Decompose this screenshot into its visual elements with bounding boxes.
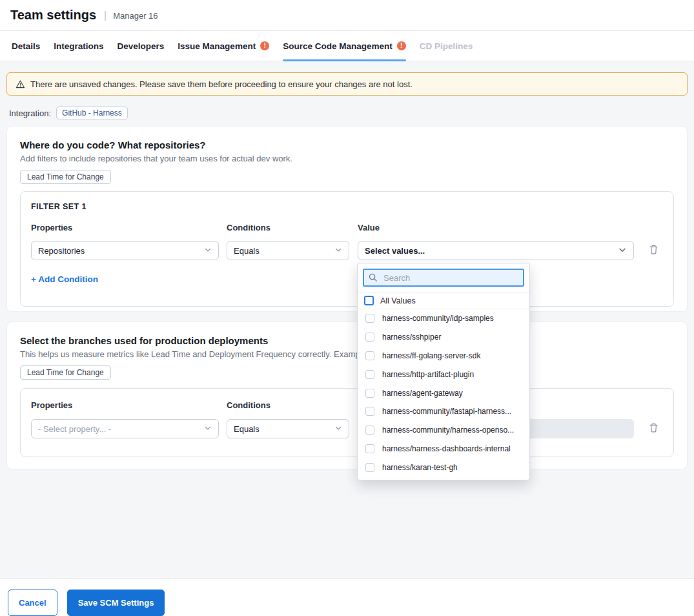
chevron-down-icon bbox=[204, 424, 212, 434]
team-settings-page: Team settings | Manager 16 DetailsIntegr… bbox=[0, 0, 694, 616]
page-title: Team settings bbox=[10, 8, 96, 23]
delete-filter-button[interactable] bbox=[647, 243, 660, 258]
repositories-section: Where do you code? What repositories? Ad… bbox=[6, 126, 688, 312]
properties-column-label: Properties bbox=[31, 400, 219, 410]
option-checkbox[interactable] bbox=[365, 407, 374, 416]
option-label: harness/ff-golang-server-sdk bbox=[382, 351, 481, 360]
option-label: harness-community/harness-openso... bbox=[382, 426, 514, 435]
option-label: harness-community/fastapi-harness... bbox=[382, 407, 511, 416]
property-select[interactable]: Repositories bbox=[31, 241, 219, 260]
property-select[interactable]: - Select property... - bbox=[31, 419, 219, 438]
integration-row: Integration: GitHub - Harness bbox=[9, 107, 688, 119]
chevron-down-icon bbox=[334, 424, 342, 434]
option-label: harness/harness-dashboards-internal bbox=[382, 444, 511, 453]
value-dropdown-panel: All Values harness-community/idp-samples… bbox=[357, 263, 530, 480]
condition-select[interactable]: Equals bbox=[227, 419, 349, 438]
tab-label: CD Pipelines bbox=[420, 41, 473, 51]
delete-filter-button[interactable] bbox=[647, 421, 660, 436]
section2-title: Select the branches used for production … bbox=[20, 335, 674, 346]
integration-label: Integration: bbox=[9, 108, 51, 118]
option-label: harness/agent-gateway bbox=[382, 389, 463, 398]
tab-label: Issue Management bbox=[178, 41, 256, 51]
lead-time-chip: Lead Time for Change bbox=[20, 170, 111, 184]
option-checkbox[interactable] bbox=[365, 444, 374, 453]
warning-triangle-icon bbox=[15, 79, 25, 89]
option-checkbox[interactable] bbox=[365, 426, 374, 435]
page-subtitle: Manager 16 bbox=[113, 10, 158, 21]
option-checkbox[interactable] bbox=[365, 351, 374, 360]
section1-title: Where do you code? What repositories? bbox=[20, 139, 674, 150]
value-column-label: Value bbox=[358, 223, 634, 232]
tab-cd-pipelines: CD Pipelines bbox=[420, 31, 473, 61]
dropdown-option[interactable]: harness/harness-dashboards-internal bbox=[358, 440, 529, 458]
filter-set-title: FILTER SET 1 bbox=[31, 202, 663, 211]
option-label: harness-community/idp-samples bbox=[382, 314, 494, 323]
branches-section: Select the branches used for production … bbox=[6, 322, 688, 469]
option-label: harness/http-artifact-plugin bbox=[382, 370, 474, 379]
banner-text: There are unsaved changes. Please save t… bbox=[30, 79, 413, 89]
tab-source-code-management[interactable]: Source Code Management! bbox=[283, 31, 406, 61]
page-header: Team settings | Manager 16 bbox=[0, 0, 694, 30]
dropdown-option[interactable]: harness/http-artifact-plugin bbox=[358, 365, 529, 384]
option-checkbox[interactable] bbox=[365, 463, 374, 472]
option-checkbox[interactable] bbox=[365, 333, 374, 342]
dropdown-option[interactable]: harness/agent-gateway bbox=[358, 384, 529, 402]
dropdown-search bbox=[363, 269, 524, 287]
all-values-label: All Values bbox=[380, 296, 416, 305]
tab-developers[interactable]: Developers bbox=[117, 31, 165, 61]
all-values-checkbox[interactable] bbox=[364, 296, 374, 305]
lead-time-chip: Lead Time for Change bbox=[20, 365, 111, 380]
option-checkbox[interactable] bbox=[365, 389, 374, 398]
filter-set-1: FILTER SET 1 Properties Conditions Value… bbox=[20, 191, 674, 307]
add-condition-button[interactable]: + Add Condition bbox=[31, 274, 98, 296]
filter-column-headers: Properties Conditions Value bbox=[31, 400, 663, 410]
dropdown-option[interactable]: harness-community/fastapi-harness... bbox=[358, 402, 529, 421]
filter-column-headers: Properties Conditions Value bbox=[31, 223, 663, 232]
unsaved-changes-banner: There are unsaved changes. Please save t… bbox=[6, 72, 688, 96]
option-label: harness/sshpiper bbox=[382, 333, 441, 342]
value-multiselect[interactable]: Select values... bbox=[358, 241, 634, 260]
search-icon bbox=[368, 272, 378, 285]
save-scm-settings-button[interactable]: Save SCM Settings bbox=[67, 590, 165, 616]
option-label: harness/karan-test-gh bbox=[382, 463, 458, 472]
integration-chip[interactable]: GitHub - Harness bbox=[56, 107, 128, 119]
trash-icon bbox=[648, 244, 659, 257]
cancel-button[interactable]: Cancel bbox=[8, 590, 57, 616]
option-checkbox[interactable] bbox=[365, 370, 374, 379]
filter-set-branches: Properties Conditions Value - Select pro… bbox=[20, 388, 674, 457]
condition-select[interactable]: Equals bbox=[227, 241, 349, 260]
filter-row: Repositories Equals Select values... bbox=[31, 241, 663, 260]
chevron-down-icon bbox=[334, 246, 342, 256]
chevron-down-icon bbox=[204, 246, 212, 256]
conditions-column-label: Conditions bbox=[227, 223, 349, 232]
option-checkbox[interactable] bbox=[365, 314, 374, 323]
tab-label: Developers bbox=[117, 41, 165, 51]
filter-row: - Select property... - Equals bbox=[31, 419, 663, 438]
dropdown-option[interactable]: harness-community/idp-samples bbox=[358, 309, 529, 328]
dropdown-option[interactable]: harness/ff-golang-server-sdk bbox=[358, 347, 529, 365]
dropdown-option[interactable]: harness/sshpiper bbox=[358, 328, 529, 347]
main-content: There are unsaved changes. Please save t… bbox=[0, 61, 694, 579]
section2-subtitle: This helps us measure metrics like Lead … bbox=[20, 349, 674, 359]
dropdown-option[interactable]: harness/internal-grid-dashboard bbox=[358, 477, 529, 480]
conditions-column-label: Conditions bbox=[227, 400, 349, 410]
search-input[interactable] bbox=[363, 269, 524, 287]
alert-badge-icon: ! bbox=[260, 41, 269, 50]
dropdown-option[interactable]: harness-community/harness-openso... bbox=[358, 421, 529, 440]
tab-label: Details bbox=[12, 41, 40, 51]
trash-icon bbox=[648, 422, 659, 435]
tab-integrations[interactable]: Integrations bbox=[54, 31, 103, 61]
dropdown-option[interactable]: harness/karan-test-gh bbox=[358, 458, 529, 477]
tab-issue-management[interactable]: Issue Management! bbox=[178, 31, 269, 61]
tab-bar: DetailsIntegrationsDevelopersIssue Manag… bbox=[0, 30, 694, 61]
title-divider: | bbox=[104, 10, 107, 21]
section1-subtitle: Add filters to include repositories that… bbox=[20, 154, 674, 163]
dropdown-options-list: harness-community/idp-samplesharness/ssh… bbox=[358, 309, 529, 480]
tab-label: Source Code Management bbox=[283, 41, 393, 51]
tab-label: Integrations bbox=[54, 41, 103, 51]
tab-details[interactable]: Details bbox=[12, 31, 40, 61]
alert-badge-icon: ! bbox=[397, 41, 406, 50]
properties-column-label: Properties bbox=[31, 223, 219, 232]
footer-actions: Cancel Save SCM Settings bbox=[0, 579, 694, 616]
all-values-option[interactable]: All Values bbox=[358, 292, 529, 309]
